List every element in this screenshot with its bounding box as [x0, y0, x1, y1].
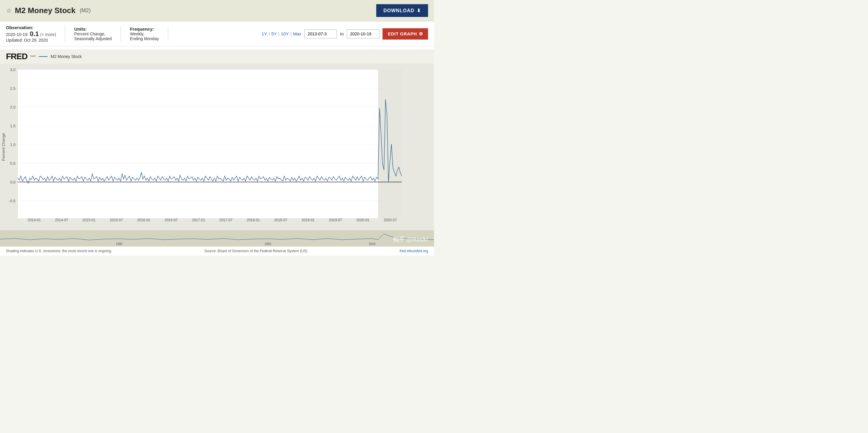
range-links: 1Y | 5Y | 10Y | Max	[262, 31, 301, 36]
frequency-label: Frequency:	[130, 27, 159, 32]
footer-note: Shading indicates U.S. recessions; the m…	[0, 246, 434, 256]
chart-svg-wrapper: 3.0 2.5 2.0 1.5 1.0 0.5 0.0 -0.5 Percent…	[0, 64, 434, 230]
updated-info: Updated: Oct 29, 2020	[6, 38, 56, 42]
range-10y[interactable]: 10Y	[281, 31, 289, 36]
download-icon: ⬇	[417, 8, 421, 13]
svg-text:1990: 1990	[116, 242, 123, 246]
chart-legend: FRED 〰 M2 Money Stock	[0, 49, 434, 64]
info-bar: Observation: 2020-10-19: 0.1 (+ more) Up…	[0, 22, 434, 46]
svg-text:2016-07: 2016-07	[165, 218, 178, 222]
fred-logo: FRED	[6, 52, 27, 61]
svg-text:2017-01: 2017-01	[192, 218, 205, 222]
observation-section: Observation: 2020-10-19: 0.1 (+ more) Up…	[6, 25, 65, 42]
download-label: DOWNLOAD	[383, 8, 414, 13]
svg-text:1.5: 1.5	[10, 124, 16, 128]
range-max[interactable]: Max	[293, 31, 301, 36]
main-chart-svg: 3.0 2.5 2.0 1.5 1.0 0.5 0.0 -0.5 Percent…	[0, 64, 434, 230]
svg-text:2018-01: 2018-01	[247, 218, 260, 222]
svg-text:2019-07: 2019-07	[329, 218, 342, 222]
svg-text:2019-01: 2019-01	[302, 218, 315, 222]
svg-text:2018-07: 2018-07	[274, 218, 287, 222]
observation-value: 0.1	[30, 30, 39, 37]
svg-text:2017-07: 2017-07	[219, 218, 232, 222]
svg-text:Percent Change: Percent Change	[1, 133, 6, 161]
observation-more[interactable]: (+ more)	[40, 32, 56, 37]
svg-text:2014-01: 2014-01	[28, 218, 41, 222]
svg-text:1.0: 1.0	[10, 142, 16, 147]
svg-text:2000: 2000	[265, 242, 272, 246]
units-label: Units:	[74, 27, 112, 32]
units-section: Units: Percent Change,Seasonally Adjuste…	[74, 27, 121, 41]
header: ☆ M2 Money Stock (M2) DOWNLOAD ⬇	[0, 0, 434, 22]
svg-text:0.5: 0.5	[10, 161, 16, 166]
range-controls: 1Y | 5Y | 10Y | Max to EDIT GRAPH ⚙	[262, 28, 428, 39]
source-note: Source: Board of Governors of the Federa…	[204, 249, 307, 253]
svg-text:-0.5: -0.5	[9, 199, 16, 203]
svg-text:2020-01: 2020-01	[356, 218, 369, 222]
updated-label: Updated:	[6, 38, 23, 42]
svg-text:2015-01: 2015-01	[83, 218, 96, 222]
svg-text:2014-07: 2014-07	[55, 218, 68, 222]
observation-label: Observation:	[6, 25, 56, 30]
svg-text:3.0: 3.0	[10, 67, 16, 72]
fred-url[interactable]: fred.stlouisfed.org	[400, 249, 428, 253]
svg-text:2015-07: 2015-07	[110, 218, 123, 222]
chart-container: FRED 〰 M2 Money Stock	[0, 46, 434, 256]
gear-icon: ⚙	[419, 31, 423, 37]
date-from-input[interactable]	[304, 29, 337, 38]
star-icon[interactable]: ☆	[6, 7, 12, 14]
svg-text:0.0: 0.0	[10, 180, 16, 185]
date-to-input[interactable]	[347, 29, 379, 38]
svg-text:2016-01: 2016-01	[137, 218, 150, 222]
svg-text:2.5: 2.5	[10, 86, 16, 91]
download-button[interactable]: DOWNLOAD ⬇	[376, 4, 428, 17]
svg-text:2.0: 2.0	[10, 105, 16, 109]
fred-wave-icon: 〰	[30, 54, 36, 60]
frequency-value: Weekly,Ending Monday	[130, 32, 159, 41]
updated-value: Oct 29, 2020	[24, 38, 48, 42]
range-1y[interactable]: 1Y	[262, 31, 267, 36]
page-title: M2 Money Stock	[15, 6, 75, 15]
legend-label: M2 Money Stock	[51, 54, 82, 59]
edit-graph-label: EDIT GRAPH	[388, 31, 417, 36]
svg-text:2010: 2010	[369, 242, 376, 246]
observation-data: 2020-10-19: 0.1 (+ more)	[6, 30, 56, 38]
range-5y[interactable]: 5Y	[271, 31, 277, 36]
edit-graph-button[interactable]: EDIT GRAPH ⚙	[382, 28, 428, 39]
shading-note: Shading indicates U.S. recessions; the m…	[6, 249, 112, 253]
observation-date: 2020-10-19:	[6, 32, 29, 37]
header-left: ☆ M2 Money Stock (M2)	[6, 6, 91, 15]
to-label: to	[340, 31, 344, 36]
svg-rect-1	[18, 70, 402, 218]
title-ticker: (M2)	[80, 7, 91, 14]
legend-line	[39, 56, 48, 57]
svg-text:2020-07: 2020-07	[384, 218, 397, 222]
mini-chart[interactable]: 1990 2000 2010 知乎 @Raski	[0, 230, 434, 246]
frequency-section: Frequency: Weekly,Ending Monday	[130, 27, 168, 41]
units-value: Percent Change,Seasonally Adjusted	[74, 32, 112, 41]
